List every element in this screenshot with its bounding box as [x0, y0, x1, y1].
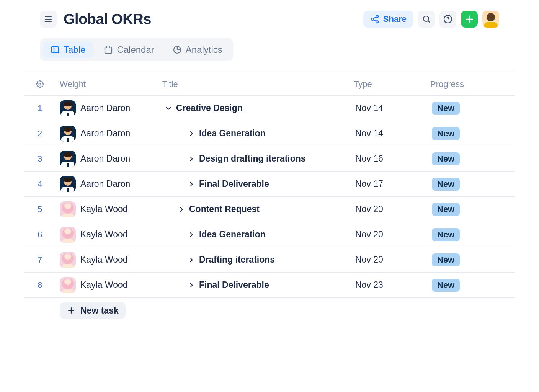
column-header-type[interactable]: Type [354, 79, 430, 89]
table-row[interactable]: 7Kayla WoodDrafting iterationsNov 20New [24, 247, 514, 273]
tab-analytics[interactable]: Analytics [165, 41, 230, 58]
assignee-avatar[interactable] [60, 277, 76, 293]
assignee-name: Kayla Wood [80, 229, 128, 240]
type-cell: Nov 16 [354, 154, 430, 164]
svg-line-6 [373, 17, 376, 19]
help-button[interactable] [439, 11, 456, 28]
tab-calendar[interactable]: Calendar [96, 41, 162, 58]
column-header-progress[interactable]: Progress [430, 79, 514, 89]
assignee-name: Aaron Daron [80, 154, 130, 164]
expand-toggle[interactable] [188, 155, 195, 163]
title-cell: Design drafting iterations [162, 154, 354, 164]
assignee-cell: Aaron Daron [55, 100, 162, 116]
title-cell: Drafting iterations [162, 255, 354, 265]
task-title: Drafting iterations [199, 255, 275, 265]
new-task-button[interactable]: New task [60, 302, 126, 319]
assignee-name: Kayla Wood [80, 255, 128, 265]
assignee-avatar[interactable] [60, 126, 76, 142]
assignee-avatar[interactable] [60, 176, 76, 192]
progress-cell: New [430, 203, 514, 216]
expand-toggle[interactable] [188, 180, 195, 188]
table-row[interactable]: 5Kayla WoodContent RequestNov 20New [24, 197, 514, 222]
progress-cell: New [430, 253, 514, 266]
task-title: Final Deliverable [199, 280, 269, 290]
view-tabs: Table Calendar Analytics [40, 38, 233, 61]
chevron-right-icon [188, 130, 195, 137]
status-badge[interactable]: New [432, 152, 460, 165]
calendar-icon [104, 45, 113, 54]
table-row[interactable]: 2Aaron DaronIdea GenerationNov 14New [24, 121, 514, 146]
status-badge[interactable]: New [432, 127, 460, 140]
progress-cell: New [430, 102, 514, 115]
user-avatar[interactable] [482, 11, 499, 28]
row-index: 1 [24, 103, 55, 113]
type-cell: Nov 14 [354, 103, 430, 113]
task-title: Idea Generation [199, 128, 266, 139]
expand-toggle[interactable] [178, 206, 185, 213]
assignee-avatar[interactable] [60, 252, 76, 268]
assignee-avatar[interactable] [60, 151, 76, 167]
add-button[interactable] [461, 11, 478, 28]
assignee-name: Kayla Wood [80, 204, 128, 214]
assignee-avatar[interactable] [60, 100, 76, 116]
row-index: 7 [24, 255, 55, 265]
share-button[interactable]: Share [363, 11, 413, 28]
title-cell: Idea Generation [162, 229, 354, 240]
status-badge[interactable]: New [432, 102, 460, 115]
table-row[interactable]: 6Kayla WoodIdea GenerationNov 20New [24, 222, 514, 247]
table-row[interactable]: 1Aaron DaronCreative DesignNov 14New [24, 96, 514, 121]
assignee-name: Aaron Daron [80, 179, 130, 189]
page-title: Global OKRs [64, 11, 151, 28]
new-task-row: New task [24, 298, 514, 323]
task-table: Weight Title Type Progress 1Aaron DaronC… [24, 73, 514, 323]
task-title: Final Deliverable [199, 179, 269, 189]
assignee-avatar[interactable] [60, 227, 76, 243]
svg-line-9 [428, 21, 430, 23]
status-badge[interactable]: New [432, 253, 460, 266]
table-row[interactable]: 4Aaron DaronFinal DeliverableNov 17New [24, 172, 514, 197]
progress-cell: New [430, 228, 514, 241]
chevron-down-icon [165, 105, 172, 112]
expand-toggle[interactable] [188, 130, 195, 137]
status-badge[interactable]: New [432, 178, 460, 191]
expand-toggle[interactable] [188, 231, 195, 238]
svg-rect-14 [52, 47, 59, 53]
svg-rect-18 [105, 47, 112, 53]
type-cell: Nov 23 [354, 280, 430, 290]
type-cell: Nov 20 [354, 204, 430, 214]
column-header-weight[interactable]: Weight [55, 79, 162, 89]
expand-toggle[interactable] [188, 281, 195, 289]
progress-cell: New [430, 178, 514, 191]
table-row[interactable]: 3Aaron DaronDesign drafting iterationsNo… [24, 146, 514, 172]
task-title: Design drafting iterations [199, 154, 306, 164]
status-badge[interactable]: New [432, 228, 460, 241]
task-title: Idea Generation [199, 229, 266, 240]
chevron-right-icon [188, 180, 195, 188]
tab-table[interactable]: Table [43, 41, 93, 58]
assignee-cell: Kayla Wood [55, 252, 162, 268]
status-badge[interactable]: New [432, 279, 460, 292]
expand-toggle[interactable] [188, 256, 195, 264]
title-cell: Idea Generation [162, 128, 354, 139]
settings-column-button[interactable] [24, 80, 55, 88]
search-button[interactable] [418, 11, 435, 28]
type-cell: Nov 17 [354, 179, 430, 189]
assignee-cell: Aaron Daron [55, 176, 162, 192]
table-row[interactable]: 8Kayla WoodFinal DeliverableNov 23New [24, 273, 514, 298]
share-icon [370, 15, 379, 24]
chevron-right-icon [188, 256, 195, 264]
plus-icon [67, 306, 76, 315]
type-cell: Nov 20 [354, 255, 430, 265]
status-badge[interactable]: New [432, 203, 460, 216]
tab-label: Analytics [186, 44, 222, 55]
row-index: 4 [24, 179, 55, 189]
collapse-toggle[interactable] [165, 105, 172, 112]
column-header-title[interactable]: Title [162, 79, 354, 89]
plus-icon [464, 14, 475, 24]
title-cell: Final Deliverable [162, 179, 354, 189]
menu-button[interactable] [40, 11, 57, 28]
assignee-avatar[interactable] [60, 201, 76, 217]
table-icon [51, 45, 60, 54]
progress-cell: New [430, 152, 514, 165]
row-index: 2 [24, 129, 55, 139]
